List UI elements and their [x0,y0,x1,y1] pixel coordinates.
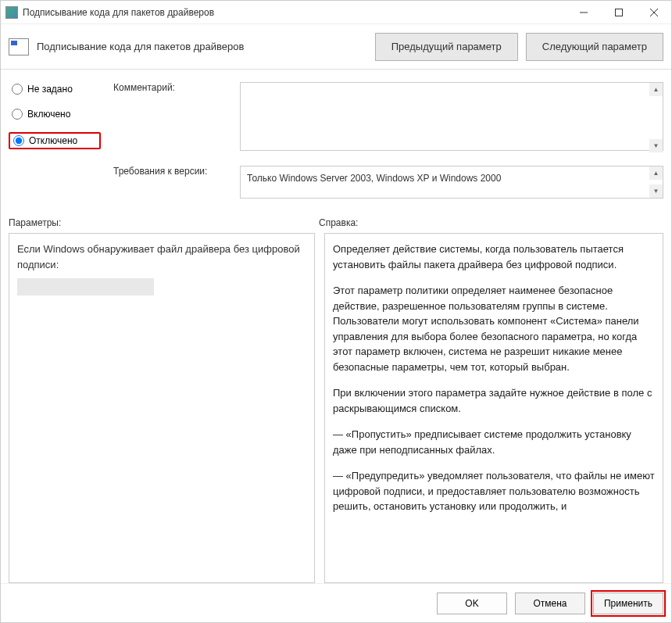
apply-button[interactable]: Применить [593,593,663,614]
params-section-label: Параметры: [9,217,319,228]
dialog-body: Не задано Включено Отключено Комментарий… [1,70,671,583]
policy-dialog: Подписывание кода для пакетов драйверов … [0,0,672,623]
help-panel[interactable]: Определяет действие системы, когда польз… [324,233,663,583]
comment-row: Комментарий: ▲ ▼ [113,79,663,153]
radio-not-configured[interactable]: Не задано [9,82,101,96]
help-paragraph: Этот параметр политики определяет наимен… [333,283,658,374]
parameters-text: Если Windows обнаруживает файл драйвера … [17,242,306,272]
ok-button[interactable]: OK [437,593,507,614]
app-icon [5,6,18,19]
requirements-scroll: ▲ ▼ [649,166,663,198]
requirements-row: Требования к версии: Только Windows Serv… [113,163,663,199]
radio-not-configured-label: Не задано [27,84,73,95]
minimize-button[interactable] [566,1,601,23]
radio-enabled-label: Включено [27,109,70,120]
requirements-text: Только Windows Server 2003, Windows XP и… [240,166,663,199]
scroll-down-icon[interactable]: ▼ [649,139,663,152]
help-paragraph: При включении этого параметра задайте ну… [333,385,658,416]
window-title: Подписывание кода для пакетов драйверов [23,7,566,18]
window-controls [566,1,671,23]
radio-disabled-label: Отключено [29,135,77,146]
close-icon [650,9,658,16]
toolbar-title: Подписывание кода для пакетов драйверов [37,41,367,52]
radio-enabled-input[interactable] [12,109,23,120]
policy-icon [9,38,29,55]
fields-column: Комментарий: ▲ ▼ Требования к версии: То… [113,79,663,208]
next-setting-button[interactable]: Следующий параметр [526,33,663,61]
help-section-label: Справка: [319,217,663,228]
comment-label: Комментарий: [113,82,231,93]
titlebar: Подписывание кода для пакетов драйверов [1,1,671,24]
scroll-up-icon[interactable]: ▲ [649,83,663,96]
requirements-label: Требования к версии: [113,166,231,177]
maximize-button[interactable] [601,1,636,23]
radio-disabled[interactable]: Отключено [9,132,101,149]
radio-enabled[interactable]: Включено [9,107,101,121]
comment-scroll: ▲ ▼ [649,83,663,152]
comment-input[interactable] [240,82,663,151]
parameters-panel: Если Windows обнаруживает файл драйвера … [9,233,315,583]
maximize-icon [615,9,623,16]
lower-section: Если Windows обнаруживает файл драйвера … [9,233,663,583]
scroll-up-icon[interactable]: ▲ [649,166,663,180]
close-button[interactable] [636,1,671,23]
upper-section: Не задано Включено Отключено Комментарий… [9,79,663,208]
action-dropdown[interactable] [17,278,154,295]
radio-disabled-input[interactable] [13,135,24,146]
cancel-button[interactable]: Отмена [515,593,585,614]
svg-rect-1 [615,9,622,16]
help-paragraph: — «Предупредить» уведомляет пользователя… [333,468,658,514]
requirements-wrap: Только Windows Server 2003, Windows XP и… [240,166,663,199]
state-radios: Не задано Включено Отключено [9,79,101,208]
radio-not-configured-input[interactable] [12,84,23,95]
help-paragraph: Определяет действие системы, когда польз… [333,242,658,272]
minimize-icon [580,9,588,16]
help-paragraph: — «Пропустить» предписывает системе прод… [333,427,658,457]
scroll-down-icon[interactable]: ▼ [649,184,663,198]
dialog-footer: OK Отмена Применить [1,583,671,622]
toolbar: Подписывание кода для пакетов драйверов … [1,24,671,70]
comment-wrap: ▲ ▼ [240,82,663,153]
section-labels: Параметры: Справка: [9,217,663,228]
prev-setting-button[interactable]: Предыдущий параметр [375,33,518,61]
